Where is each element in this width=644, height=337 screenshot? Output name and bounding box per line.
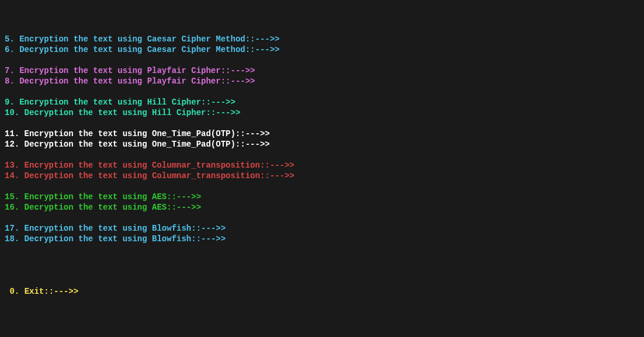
menu-label: Decryption the text using Blowfish: bbox=[25, 234, 196, 244]
menu-tail: :--->> bbox=[211, 108, 240, 117]
menu-item: 13. Encryption the text using Columnar_t… bbox=[5, 160, 639, 171]
menu-tail: :--->> bbox=[226, 66, 255, 75]
menu-num: 17. bbox=[5, 224, 25, 233]
menu-label: Decryption the text using AES: bbox=[25, 203, 172, 212]
menu-tail: :--->> bbox=[206, 98, 235, 107]
menu-item: 5. Encryption the text using Caesar Ciph… bbox=[5, 34, 639, 44]
menu-list: 5. Encryption the text using Caesar Ciph… bbox=[5, 34, 639, 255]
blank-line bbox=[5, 181, 639, 192]
menu-tail: :--->> bbox=[49, 287, 78, 296]
menu-label: Encryption the text using One_Time_Pad(O… bbox=[25, 129, 241, 138]
terminal-output: 5. Encryption the text using Caesar Ciph… bbox=[0, 0, 644, 337]
menu-item: 9. Encryption the text using Hill Cipher… bbox=[5, 97, 639, 107]
menu-num: 9. bbox=[5, 98, 19, 107]
menu-tail: :--->> bbox=[196, 224, 226, 233]
menu-label: Exit: bbox=[25, 287, 49, 296]
blank-line bbox=[5, 328, 639, 337]
menu-label: Encryption the text using Blowfish: bbox=[25, 224, 196, 233]
menu-label: Decryption the text using One_Time_Pad(O… bbox=[25, 140, 241, 149]
menu-num: 14. bbox=[5, 171, 25, 180]
menu-item: 17. Encryption the text using Blowfish::… bbox=[5, 223, 639, 234]
menu-item: 18. Decryption the text using Blowfish::… bbox=[5, 234, 639, 244]
blank-line bbox=[5, 86, 639, 97]
blank-line bbox=[5, 150, 639, 160]
menu-num: 0. bbox=[5, 287, 25, 296]
menu-tail: :--->> bbox=[265, 161, 294, 170]
menu-item: 10. Decryption the text using Hill Ciphe… bbox=[5, 107, 639, 118]
menu-num: 10. bbox=[5, 108, 25, 117]
menu-tail: :--->> bbox=[240, 129, 269, 138]
menu-item: 8. Decryption the text using Playfair Ci… bbox=[5, 76, 639, 86]
menu-tail: :--->> bbox=[226, 77, 255, 86]
menu-label: Encryption the text using Playfair Ciphe… bbox=[19, 66, 226, 75]
blank-line bbox=[5, 244, 639, 255]
menu-item: 16. Decryption the text using AES::--->> bbox=[5, 202, 639, 213]
menu-label: Decryption the text using Columnar_trans… bbox=[25, 171, 265, 180]
menu-num: 15. bbox=[5, 192, 25, 201]
menu-label: Decryption the text using Hill Cipher: bbox=[25, 108, 211, 117]
menu-item: 14. Decryption the text using Columnar_t… bbox=[5, 171, 639, 181]
menu-tail: :--->> bbox=[172, 192, 201, 201]
menu-label: Encryption the text using AES: bbox=[25, 192, 172, 201]
menu-num: 11. bbox=[5, 129, 25, 138]
blank-line bbox=[5, 118, 639, 128]
menu-label: Encryption the text using Hill Cipher: bbox=[19, 98, 206, 107]
blank-line bbox=[5, 213, 639, 223]
menu-tail: :--->> bbox=[172, 203, 201, 212]
menu-item: 7. Encryption the text using Playfair Ci… bbox=[5, 65, 639, 76]
menu-label: Encryption the text using Caesar Cipher … bbox=[19, 34, 250, 44]
menu-num: 6. bbox=[5, 45, 19, 54]
menu-tail: :--->> bbox=[250, 45, 279, 54]
menu-item: 12. Decryption the text using One_Time_P… bbox=[5, 139, 639, 150]
menu-label: Decryption the text using Playfair Ciphe… bbox=[19, 77, 226, 86]
menu-label: Encryption the text using Columnar_trans… bbox=[25, 161, 265, 170]
menu-item: 11. Encryption the text using One_Time_P… bbox=[5, 128, 639, 139]
menu-item: 15. Encryption the text using AES::--->> bbox=[5, 192, 639, 202]
menu-num: 18. bbox=[5, 234, 25, 244]
menu-num: 12. bbox=[5, 140, 25, 149]
menu-tail: :--->> bbox=[240, 140, 269, 149]
menu-label: Decryption the text using Caesar Cipher … bbox=[19, 45, 250, 54]
blank-line bbox=[5, 55, 639, 65]
menu-item: 6. Decryption the text using Caesar Ciph… bbox=[5, 44, 639, 55]
menu-num: 16. bbox=[5, 203, 25, 212]
menu-tail: :--->> bbox=[196, 234, 226, 244]
menu-num: 8. bbox=[5, 77, 19, 86]
menu-tail: :--->> bbox=[250, 34, 279, 44]
menu-num: 7. bbox=[5, 66, 19, 75]
menu-item-exit: 0. Exit::--->> bbox=[5, 286, 639, 297]
menu-num: 13. bbox=[5, 161, 25, 170]
menu-tail: :--->> bbox=[265, 171, 294, 180]
menu-num: 5. bbox=[5, 34, 19, 44]
